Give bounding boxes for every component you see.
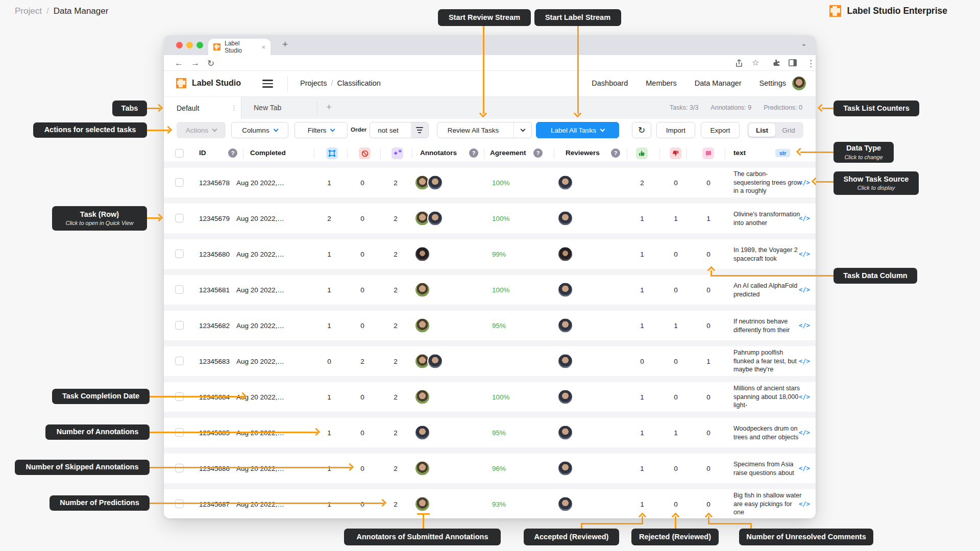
traffic-minimize-icon[interactable] [186, 42, 193, 48]
label-all-tasks-button[interactable]: Label All Tasks [536, 122, 619, 138]
tabstrip-chevron-icon[interactable]: ⌄ [801, 39, 807, 47]
task-source-icon[interactable]: </> [799, 429, 810, 436]
annotator-avatar[interactable] [414, 282, 430, 298]
task-checkbox[interactable] [175, 249, 184, 258]
task-source-icon[interactable]: </> [799, 215, 810, 222]
sidepanel-icon[interactable] [789, 59, 797, 66]
task-row[interactable]: 12345679Aug 20 2022,…202100%111Olivine's… [164, 204, 816, 233]
task-row[interactable]: 12345682Aug 20 2022,…10295%110If neutrin… [164, 311, 816, 340]
task-row[interactable]: 12345684Aug 20 2022,…102100%100Millions … [164, 382, 816, 412]
hamburger-menu-icon[interactable] [262, 80, 273, 88]
annotator-avatar[interactable] [414, 425, 430, 441]
col-reviewers[interactable]: Reviewers [566, 149, 600, 157]
grid-toggle[interactable]: Grid [775, 127, 802, 134]
browser-menu-icon[interactable]: ⋮ [806, 58, 815, 69]
annotator-avatar[interactable] [427, 211, 443, 227]
task-row[interactable]: 12345686Aug 20 2022,…10296%100Specimens … [164, 454, 816, 483]
reviewers-help-icon[interactable]: ? [611, 148, 620, 158]
user-avatar[interactable] [792, 77, 806, 90]
reviewer-avatar[interactable] [557, 496, 573, 512]
tab-close-icon[interactable]: × [261, 43, 265, 51]
task-checkbox[interactable] [175, 321, 184, 330]
extensions-puzzle-icon[interactable] [772, 59, 780, 67]
filters-button[interactable]: Filters [295, 122, 348, 138]
traffic-close-icon[interactable] [176, 42, 183, 48]
col-completed[interactable]: Completed [250, 149, 286, 157]
traffic-zoom-icon[interactable] [197, 42, 203, 48]
annotator-avatar[interactable] [427, 175, 443, 191]
col-text[interactable]: text [733, 149, 746, 157]
reviewer-avatar[interactable] [557, 175, 573, 191]
annotator-avatar[interactable] [414, 318, 430, 334]
annotator-avatar[interactable] [427, 354, 443, 369]
nav-data-manager[interactable]: Data Manager [695, 79, 742, 87]
nav-settings[interactable]: Settings [760, 79, 786, 87]
task-source-icon[interactable]: </> [799, 251, 810, 258]
task-checkbox[interactable] [175, 214, 184, 222]
nav-members[interactable]: Members [646, 79, 676, 87]
breadcrumb-parent[interactable]: Project [15, 6, 42, 16]
task-checkbox[interactable] [175, 357, 184, 365]
nav-dashboard[interactable]: Dashboard [592, 79, 628, 87]
back-icon[interactable]: ← [175, 58, 183, 68]
col-id[interactable]: ID [199, 149, 206, 157]
reviewer-avatar[interactable] [557, 461, 573, 477]
crumb-projects[interactable]: Projects [300, 79, 327, 87]
add-view-tab-icon[interactable]: + [326, 102, 332, 113]
forward-icon[interactable]: → [191, 58, 200, 68]
task-checkbox[interactable] [175, 178, 184, 187]
list-toggle[interactable]: List [749, 123, 775, 137]
tab-new-tab[interactable]: New Tab [254, 104, 281, 112]
reviewer-avatar[interactable] [557, 425, 573, 441]
task-source-icon[interactable]: </> [799, 393, 810, 400]
tab-default[interactable]: Default ⋮ [164, 97, 241, 119]
task-source-icon[interactable]: </> [799, 322, 810, 329]
comments-icon[interactable] [702, 147, 714, 159]
agreement-help-icon[interactable]: ? [533, 148, 543, 158]
predictions-icon[interactable]: ✦✚ [391, 147, 403, 159]
columns-button[interactable]: Columns [231, 122, 288, 138]
col-annotators[interactable]: Annotators [420, 149, 457, 157]
task-row[interactable]: 12345680Aug 20 2022,…10299%100In 1989, t… [164, 239, 816, 269]
reviewer-avatar[interactable] [557, 282, 573, 298]
reviewer-avatar[interactable] [557, 389, 573, 405]
refresh-button[interactable]: ↻ [632, 122, 651, 138]
id-help-icon[interactable]: ? [228, 148, 237, 158]
reviewer-avatar[interactable] [557, 211, 573, 227]
annotators-help-icon[interactable]: ? [469, 148, 478, 158]
actions-button[interactable]: Actions [177, 122, 226, 138]
app-brand[interactable]: Label Studio [176, 78, 241, 88]
reload-icon[interactable]: ↻ [207, 58, 214, 69]
reviewer-avatar[interactable] [557, 354, 573, 369]
task-source-icon[interactable]: </> [799, 179, 810, 186]
tab-options-icon[interactable]: ⋮ [231, 104, 237, 112]
select-all-checkbox[interactable] [175, 149, 184, 158]
annotator-avatar[interactable] [414, 389, 430, 405]
rejected-review-icon[interactable] [670, 147, 681, 159]
accepted-review-icon[interactable] [636, 147, 648, 159]
task-source-icon[interactable]: </> [799, 358, 810, 365]
skipped-annotations-icon[interactable] [359, 147, 371, 159]
reviewer-avatar[interactable] [557, 246, 573, 262]
annotator-avatar[interactable] [414, 461, 430, 477]
import-button[interactable]: Import [656, 122, 695, 138]
task-row[interactable]: 12345678Aug 20 2022,…102100%200The carbo… [164, 168, 816, 197]
annotator-avatar[interactable] [414, 496, 430, 512]
task-source-icon[interactable]: </> [799, 465, 810, 472]
share-icon[interactable] [736, 59, 743, 67]
task-source-icon[interactable]: </> [799, 500, 810, 508]
bookmark-star-icon[interactable]: ☆ [752, 58, 759, 67]
data-type-badge[interactable]: str [775, 149, 790, 157]
review-all-tasks-button[interactable]: Review All Tasks [437, 122, 532, 138]
task-row[interactable]: 12345683Aug 20 2022,…022001Pahrump poolf… [164, 346, 816, 376]
new-tab-icon[interactable]: + [282, 39, 288, 50]
total-annotations-icon[interactable] [326, 147, 338, 159]
task-checkbox[interactable] [175, 285, 184, 294]
annotator-avatar[interactable] [414, 246, 430, 262]
task-source-icon[interactable]: </> [799, 286, 810, 293]
task-row[interactable]: 12345681Aug 20 2022,…102100%100An AI cal… [164, 275, 816, 305]
review-dropdown-chevron-icon[interactable] [513, 122, 531, 138]
order-value-button[interactable]: not set [370, 122, 429, 138]
sort-order-icon[interactable] [411, 122, 428, 138]
col-agreement[interactable]: Agreement [490, 149, 526, 157]
